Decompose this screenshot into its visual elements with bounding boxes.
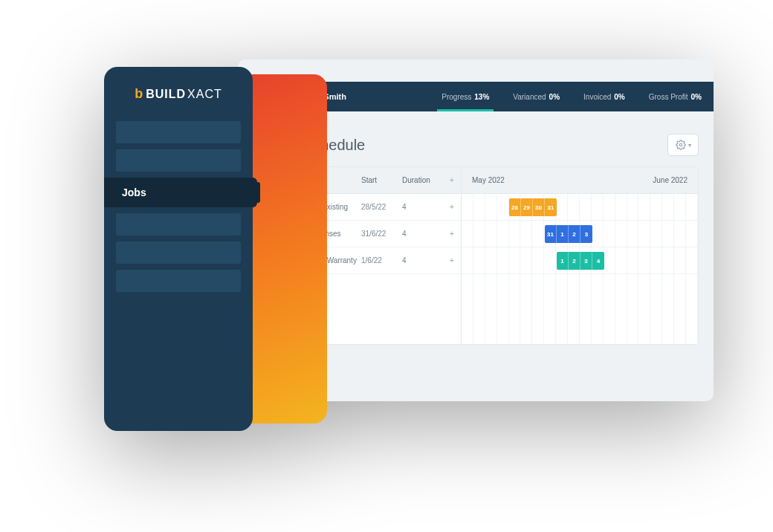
- metric-value: 0%: [614, 93, 624, 101]
- logo-mark: b: [135, 86, 143, 102]
- gantt-month-right: June 2022: [653, 176, 688, 184]
- logo-strong: BUILD: [146, 88, 186, 101]
- logo-thin: XACT: [187, 88, 222, 101]
- title-row: Job Schedule ▾: [268, 134, 699, 166]
- col-start: Start: [361, 176, 402, 184]
- nav-item-placeholder[interactable]: [116, 121, 241, 143]
- task-duration: 4: [402, 203, 443, 211]
- gantt-day-cell: 31: [545, 198, 557, 216]
- task-add[interactable]: +: [443, 256, 461, 265]
- gantt-header: May 2022 June 2022: [462, 167, 698, 194]
- task-add[interactable]: +: [443, 230, 461, 238]
- gantt-day-cell: 3: [580, 252, 592, 270]
- task-start: 1/6/22: [361, 256, 402, 265]
- metric-label: Invoiced: [583, 93, 611, 101]
- nav-item-placeholder[interactable]: [116, 213, 241, 236]
- gantt-grid: 28293031311231234: [462, 194, 698, 344]
- gantt-day-cell: 4: [592, 252, 604, 270]
- col-duration: Duration: [402, 176, 443, 184]
- task-start: 31/6/22: [361, 230, 402, 238]
- content-area: Job Schedule ▾ Task Name Start Duration …: [268, 134, 699, 386]
- schedule-card: Task Name Start Duration + Demolition of…: [268, 166, 699, 345]
- gantt-day-cell: 1: [557, 225, 569, 243]
- task-duration: 4: [402, 230, 443, 238]
- metric-varianced[interactable]: Varianced 0%: [501, 82, 572, 111]
- task-start: 28/5/22: [361, 203, 402, 211]
- metric-invoiced[interactable]: Invoiced 0%: [572, 82, 637, 111]
- svg-point-1: [679, 143, 682, 146]
- task-duration: 4: [402, 256, 443, 265]
- col-add[interactable]: +: [443, 176, 461, 184]
- brand-logo: b BUILDXACT: [104, 86, 253, 102]
- gantt-chart[interactable]: May 2022 June 2022: [462, 167, 698, 344]
- gear-icon: [676, 140, 686, 150]
- metric-value: 0%: [549, 93, 560, 101]
- settings-button[interactable]: ▾: [667, 134, 699, 156]
- metric-value: 13%: [474, 93, 489, 101]
- gantt-day-cell: 1: [557, 252, 569, 270]
- metric-progress[interactable]: Progress 13%: [430, 82, 501, 111]
- gantt-day-cell: 28: [509, 198, 521, 216]
- metric-label: Progress: [442, 93, 471, 101]
- sidebar: b BUILDXACT Jobs: [104, 67, 253, 431]
- gantt-day-cell: 3: [580, 225, 592, 243]
- gantt-bar[interactable]: 1234: [557, 252, 604, 270]
- gantt-day-cell: 29: [521, 198, 533, 216]
- gantt-day-cell: 2: [569, 252, 580, 270]
- task-add[interactable]: +: [443, 203, 461, 211]
- nav-item-placeholder[interactable]: [116, 270, 241, 292]
- nav-list: Jobs: [104, 121, 253, 292]
- nav-item-placeholder[interactable]: [116, 241, 241, 264]
- gantt-month-left: May 2022: [472, 176, 505, 184]
- metrics-bar: John Smith Progress 13% Varianced 0% Inv…: [268, 82, 714, 111]
- app-stage: John Smith Progress 13% Varianced 0% Inv…: [89, 59, 714, 416]
- metric-value: 0%: [691, 93, 702, 101]
- metric-label: Varianced: [513, 93, 546, 101]
- nav-item-placeholder[interactable]: [116, 149, 241, 172]
- nav-item-label: Jobs: [122, 186, 146, 198]
- gantt-day-cell: 2: [569, 225, 580, 243]
- metric-gross-profit[interactable]: Gross Profit 0%: [637, 82, 714, 111]
- gantt-day-cell: 30: [533, 198, 545, 216]
- chevron-down-icon: ▾: [688, 142, 691, 149]
- gantt-bar[interactable]: 31123: [545, 225, 592, 243]
- metric-label: Gross Profit: [649, 93, 688, 101]
- nav-item-jobs[interactable]: Jobs: [104, 178, 257, 207]
- gantt-day-cell: 31: [545, 225, 557, 243]
- gantt-bar[interactable]: 28293031: [509, 198, 557, 216]
